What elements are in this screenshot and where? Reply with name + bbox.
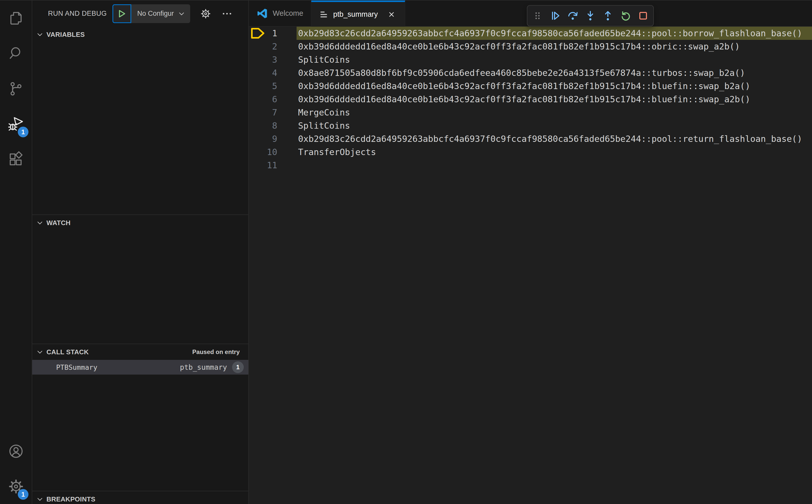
- line-text[interactable]: [296, 159, 812, 172]
- line-number: 8: [249, 121, 277, 131]
- line-number: 10: [249, 147, 277, 157]
- settings-badge: 1: [18, 489, 28, 500]
- close-icon: [388, 11, 395, 18]
- tab-ptb-summary[interactable]: ptb_summary: [311, 1, 405, 27]
- line-text[interactable]: 0xb39d6dddedd16ed8a40ce0b1e6b43c92acf0ff…: [296, 40, 812, 53]
- code-line-3: 3 SplitCoins: [249, 53, 812, 66]
- gear-icon: [200, 8, 211, 20]
- step-into-button[interactable]: [583, 8, 598, 23]
- start-debugging-button[interactable]: [112, 4, 131, 23]
- code-line-9: 9 0xb29d83c26cdd2a64959263abbcfc4a6937f0…: [249, 132, 812, 145]
- editor-area: Welcome ptb_summary: [249, 1, 812, 504]
- gutter-line-8[interactable]: 8: [249, 119, 296, 132]
- line-number: 3: [249, 55, 277, 65]
- activity-item-search[interactable]: [0, 36, 32, 71]
- activity-bar: 1 1: [0, 1, 32, 504]
- line-number: 6: [249, 94, 277, 104]
- gutter-line-7[interactable]: 7: [249, 106, 296, 119]
- line-text[interactable]: SplitCoins: [296, 53, 812, 66]
- source-control-icon: [8, 81, 24, 97]
- line-text[interactable]: 0x8ae871505a80d8bf6bf9c05906cda6edfeea46…: [296, 66, 812, 79]
- call-stack-section-header[interactable]: CALL STACK Paused on entry: [32, 344, 248, 360]
- line-number: 4: [249, 68, 277, 78]
- breakpoints-section-header[interactable]: BREAKPOINTS: [32, 491, 248, 504]
- views-more-actions-button[interactable]: [221, 8, 233, 20]
- gutter-line-9[interactable]: 9: [249, 132, 296, 145]
- activity-item-explorer[interactable]: [0, 1, 32, 36]
- line-number: 7: [249, 107, 277, 117]
- code-line-8: 8 SplitCoins: [249, 119, 812, 132]
- step-out-button[interactable]: [601, 8, 615, 23]
- debug-toolbar: [527, 5, 654, 26]
- vscode-window: 1 1: [0, 0, 812, 504]
- step-over-icon: [567, 10, 579, 22]
- line-number: 9: [249, 134, 277, 144]
- sidebar-sections: VARIABLES WATCH CALL STACK Paused on ent…: [32, 27, 248, 504]
- run-and-debug-sidebar: RUN AND DEBUG No Configur: [32, 1, 249, 504]
- chevron-down-icon: [36, 496, 43, 503]
- sidebar-header: RUN AND DEBUG No Configur: [32, 1, 248, 27]
- code-line-5: 5 0xb39d6dddedd16ed8a40ce0b1e6b43c92acf0…: [249, 79, 812, 93]
- stop-button[interactable]: [636, 8, 651, 23]
- gutter-line-1[interactable]: 1: [249, 27, 296, 40]
- line-text[interactable]: SplitCoins: [296, 119, 812, 132]
- code-editor: 1 0xb29d83c26cdd2a64959263abbcfc4a6937f0…: [249, 27, 812, 504]
- line-text[interactable]: 0xb39d6dddedd16ed8a40ce0b1e6b43c92acf0ff…: [296, 93, 812, 106]
- tab-close-button[interactable]: [386, 9, 397, 20]
- line-text[interactable]: 0xb29d83c26cdd2a64959263abbcfc4a6937f0c9…: [296, 132, 812, 145]
- tab-welcome[interactable]: Welcome: [249, 1, 311, 27]
- chevron-down-icon: [36, 348, 43, 356]
- debug-badge: 1: [18, 127, 28, 137]
- call-stack-frame-row[interactable]: PTBSummary ptb_summary 1: [32, 360, 248, 375]
- gutter-line-10[interactable]: 10: [249, 145, 296, 159]
- step-over-button[interactable]: [566, 8, 580, 23]
- line-text[interactable]: 0xb39d6dddedd16ed8a40ce0b1e6b43c92acf0ff…: [296, 79, 812, 93]
- ellipsis-icon: [221, 8, 233, 20]
- restart-icon: [620, 10, 632, 22]
- chevron-down-icon: [36, 219, 43, 226]
- variables-section: VARIABLES: [32, 27, 248, 214]
- activity-item-extensions[interactable]: [0, 142, 32, 177]
- search-icon: [8, 45, 24, 62]
- configuration-dropdown[interactable]: No Configur: [131, 4, 190, 23]
- watch-section: WATCH: [32, 214, 248, 344]
- activity-item-accounts[interactable]: [0, 433, 32, 469]
- grip-dots-icon: [532, 10, 544, 22]
- code-line-10: 10 TransferObjects: [249, 145, 812, 159]
- breakpoints-section-title: BREAKPOINTS: [46, 495, 95, 503]
- gutter-line-4[interactable]: 4: [249, 66, 296, 79]
- tab-label: ptb_summary: [333, 10, 378, 19]
- frame-badge: 1: [232, 361, 244, 373]
- line-text[interactable]: 0xb29d83c26cdd2a64959263abbcfc4a6937f0c9…: [296, 27, 812, 40]
- restart-button[interactable]: [618, 8, 633, 23]
- activity-item-settings[interactable]: 1: [0, 469, 32, 504]
- toolbar-drag-grip[interactable]: [530, 8, 545, 23]
- code-line-1: 1 0xb29d83c26cdd2a64959263abbcfc4a6937f0…: [249, 27, 812, 40]
- extensions-icon: [8, 151, 24, 167]
- line-text[interactable]: MergeCoins: [296, 106, 812, 119]
- gutter-line-11[interactable]: 11: [249, 159, 296, 172]
- line-number: 5: [249, 81, 277, 91]
- gutter-line-6[interactable]: 6: [249, 93, 296, 106]
- watch-section-title: WATCH: [46, 219, 71, 227]
- gutter-line-3[interactable]: 3: [249, 53, 296, 66]
- frame-file: ptb_summary: [180, 363, 227, 372]
- play-icon: [117, 9, 127, 19]
- activity-item-run-and-debug[interactable]: 1: [0, 106, 32, 142]
- gutter-line-2[interactable]: 2: [249, 40, 296, 53]
- line-text[interactable]: TransferObjects: [296, 145, 812, 159]
- variables-section-header[interactable]: VARIABLES: [32, 27, 248, 42]
- debug-settings-button[interactable]: [200, 8, 211, 20]
- activity-item-source-control[interactable]: [0, 71, 32, 106]
- chevron-down-icon: [178, 10, 185, 17]
- gutter-line-5[interactable]: 5: [249, 79, 296, 93]
- watch-section-header[interactable]: WATCH: [32, 215, 248, 231]
- debug-current-line-pointer-icon: [251, 28, 264, 41]
- account-icon: [8, 443, 24, 459]
- stop-icon: [637, 10, 649, 22]
- code-line-7: 7 MergeCoins: [249, 106, 812, 119]
- chevron-down-icon: [36, 31, 43, 38]
- continue-button[interactable]: [548, 8, 563, 23]
- configuration-dropdown-label: No Configur: [137, 10, 174, 18]
- tab-label: Welcome: [273, 9, 303, 18]
